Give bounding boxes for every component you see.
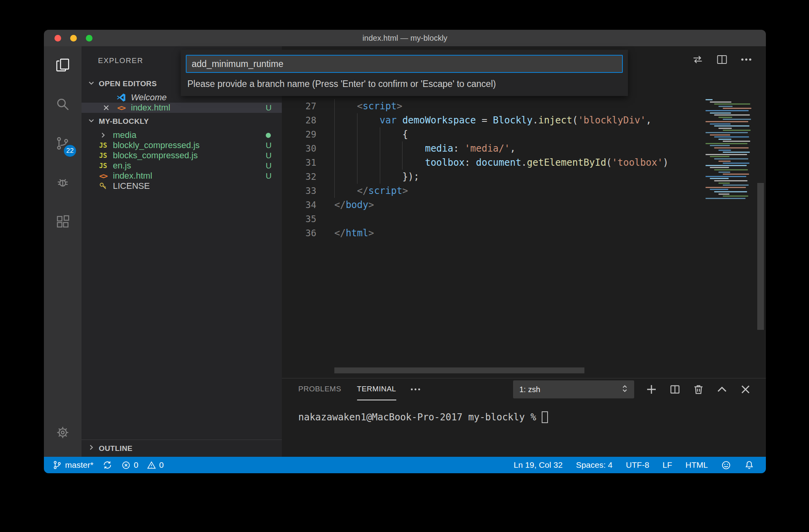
code-token: demoWorkspace bbox=[402, 115, 476, 126]
minimap-line bbox=[718, 194, 729, 195]
code-token: var bbox=[380, 115, 397, 126]
line-number: 36 bbox=[282, 226, 316, 240]
tree-file-item[interactable]: LICENSE bbox=[82, 181, 282, 191]
open-editor-item[interactable]: <>index.htmlU bbox=[82, 103, 282, 113]
minimap-line bbox=[723, 174, 749, 175]
code-line[interactable]: 29{ bbox=[282, 127, 707, 141]
panel-header: PROBLEMS TERMINAL 1: zsh bbox=[282, 378, 766, 400]
html-icon: <> bbox=[97, 171, 109, 181]
tree-file-item[interactable]: JSen.jsU bbox=[82, 161, 282, 171]
activity-run-debug[interactable] bbox=[44, 164, 82, 203]
code-token: : bbox=[453, 143, 464, 154]
line-number: 33 bbox=[282, 184, 316, 198]
activity-source-control[interactable]: 22 bbox=[44, 125, 82, 164]
editor-more-actions-icon[interactable] bbox=[740, 53, 753, 66]
minimize-window-button[interactable] bbox=[70, 35, 77, 42]
scm-pending-badge: 22 bbox=[64, 145, 76, 157]
code-token: html bbox=[346, 228, 368, 239]
activity-extensions[interactable] bbox=[44, 203, 82, 242]
tree-file-item[interactable]: JSblockly_compressed.jsU bbox=[82, 140, 282, 150]
code-line[interactable]: 30media: 'media/', bbox=[282, 141, 707, 156]
problems-status[interactable]: 0 0 bbox=[122, 460, 163, 470]
minimap-line bbox=[723, 141, 750, 142]
branch-name-input[interactable] bbox=[186, 55, 623, 73]
code-line[interactable]: 36</html> bbox=[282, 226, 707, 240]
close-editor-icon[interactable] bbox=[101, 103, 111, 112]
cursor-position[interactable]: Ln 19, Col 32 bbox=[513, 460, 562, 470]
code-line[interactable]: 34</body> bbox=[282, 198, 707, 212]
vertical-scrollbar-thumb[interactable] bbox=[757, 183, 764, 330]
maximize-panel-icon[interactable] bbox=[716, 383, 728, 396]
panel-actions: 1: zsh bbox=[513, 380, 752, 398]
zoom-window-button[interactable] bbox=[86, 35, 93, 42]
terminal-content[interactable]: nakazawaken1@MacBook-Pro-2017 my-blockly… bbox=[282, 410, 766, 424]
horizontal-scrollbar-thumb[interactable] bbox=[334, 367, 584, 373]
tree-folder-item[interactable]: media bbox=[82, 130, 282, 140]
folder-section-header[interactable]: MY-BLOCKLY bbox=[82, 113, 282, 130]
branch-status[interactable]: master* bbox=[53, 460, 93, 470]
code-editor[interactable]: 27<script>28var demoWorkspace = Blockly.… bbox=[282, 99, 707, 240]
activity-bar: 22 bbox=[44, 46, 82, 457]
activity-settings[interactable] bbox=[44, 414, 82, 453]
indent-guide bbox=[380, 156, 403, 170]
minimap-line bbox=[723, 119, 751, 120]
close-window-button[interactable] bbox=[54, 35, 61, 42]
notifications-bell-icon[interactable] bbox=[744, 460, 754, 470]
code-text: </body> bbox=[334, 198, 374, 212]
code-token: document bbox=[476, 157, 521, 168]
close-panel-icon[interactable] bbox=[739, 383, 752, 396]
code-line[interactable]: 28var demoWorkspace = Blockly.inject('bl… bbox=[282, 113, 707, 127]
code-line[interactable]: 27<script> bbox=[282, 99, 707, 113]
warnings-icon bbox=[147, 461, 156, 470]
key-icon bbox=[97, 181, 109, 191]
terminal-prompt: nakazawaken1@MacBook-Pro-2017 my-blockly… bbox=[298, 412, 536, 423]
window-controls bbox=[54, 30, 93, 46]
code-token: / bbox=[363, 185, 368, 196]
language-mode[interactable]: HTML bbox=[686, 460, 708, 470]
split-terminal-icon[interactable] bbox=[669, 383, 681, 396]
code-line[interactable]: 33</script> bbox=[282, 184, 707, 198]
activity-search[interactable] bbox=[44, 85, 82, 125]
minimap-line bbox=[710, 123, 731, 125]
split-editor-icon[interactable] bbox=[716, 53, 728, 66]
editor-area: 27<script>28var demoWorkspace = Blockly.… bbox=[282, 46, 766, 378]
encoding-status[interactable]: UTF-8 bbox=[626, 460, 649, 470]
eol-status[interactable]: LF bbox=[662, 460, 672, 470]
minimap-line bbox=[718, 128, 732, 129]
kill-terminal-icon[interactable] bbox=[692, 383, 705, 396]
tab-terminal[interactable]: TERMINAL bbox=[357, 378, 396, 400]
file-name: en.js bbox=[113, 161, 131, 171]
code-line[interactable]: 35 bbox=[282, 212, 707, 226]
code-token: . bbox=[521, 157, 527, 168]
tree-file-item[interactable]: <>index.htmlU bbox=[82, 171, 282, 181]
minimap-line bbox=[710, 156, 729, 157]
minimap-line bbox=[706, 132, 748, 133]
minimap-line bbox=[710, 112, 731, 114]
folder-section-label: MY-BLOCKLY bbox=[99, 117, 149, 126]
window-title: index.html — my-blockly bbox=[363, 34, 448, 43]
outline-header[interactable]: OUTLINE bbox=[82, 440, 282, 457]
minimap-line bbox=[718, 161, 731, 162]
code-token: }); bbox=[402, 171, 419, 182]
code-line[interactable]: 31toolbox: document.getElementById('tool… bbox=[282, 156, 707, 170]
terminal-selector[interactable]: 1: zsh bbox=[513, 380, 634, 398]
minimap-line bbox=[706, 110, 749, 111]
minimap-line bbox=[718, 139, 731, 140]
tree-file-item[interactable]: JSblocks_compressed.jsU bbox=[82, 150, 282, 161]
tab-problems[interactable]: PROBLEMS bbox=[298, 378, 341, 400]
open-changes-icon[interactable] bbox=[691, 53, 704, 66]
extensions-icon bbox=[55, 214, 70, 231]
code-line[interactable]: 32}); bbox=[282, 170, 707, 184]
feedback-smiley-icon[interactable] bbox=[721, 460, 731, 470]
new-terminal-icon[interactable] bbox=[645, 383, 658, 396]
panel-more-actions-icon[interactable] bbox=[410, 384, 421, 395]
code-token: = bbox=[476, 115, 493, 126]
activity-explorer[interactable] bbox=[44, 46, 82, 85]
indentation-status[interactable]: Spaces: 4 bbox=[576, 460, 612, 470]
code-token: , bbox=[646, 115, 651, 126]
minimap-line bbox=[714, 136, 749, 138]
minimap-line bbox=[714, 191, 747, 192]
code-token: 'media/' bbox=[464, 143, 510, 154]
minimap[interactable] bbox=[704, 99, 753, 200]
sync-status[interactable] bbox=[103, 460, 112, 470]
